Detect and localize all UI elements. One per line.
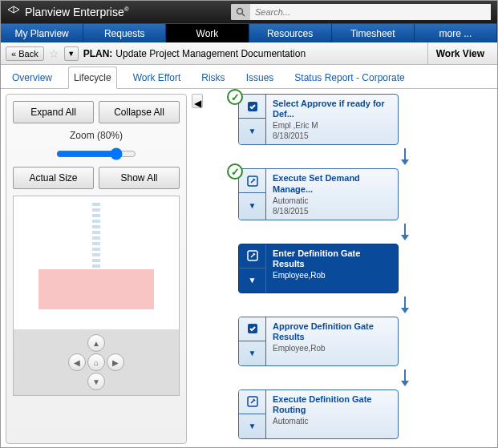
expand-all-button[interactable]: Expand All <box>13 101 94 123</box>
edit-icon[interactable] <box>239 390 265 414</box>
collapse-panel-handle[interactable]: ◀ <box>192 94 203 108</box>
nav-my-planview[interactable]: My Planview <box>1 24 83 42</box>
card-assignee: Automatic <box>273 417 391 426</box>
nav-more[interactable]: more ... <box>415 24 497 42</box>
card-assignee: Automatic <box>273 196 391 205</box>
minimap[interactable]: ▲ ◀ ⌂ ▶ ▼ <box>13 196 180 396</box>
lifecycle-flow[interactable]: ✓▼Select Approve if ready for Def...Empl… <box>203 89 497 448</box>
minimap-viewport[interactable] <box>14 196 179 329</box>
tab-overview[interactable]: Overview <box>7 67 57 88</box>
edit-icon[interactable] <box>239 244 265 268</box>
collapse-all-button[interactable]: Collapse All <box>99 101 180 123</box>
card-date: 8/18/2015 <box>273 131 391 140</box>
card-date: 8/18/2015 <box>273 207 391 216</box>
favorite-star-icon[interactable]: ☆ <box>49 47 59 60</box>
card-title: Approve Definition Gate Results <box>273 321 391 342</box>
checkbox-icon[interactable] <box>239 95 265 119</box>
chevron-down-icon: ▼ <box>249 422 257 430</box>
lifecycle-node[interactable]: ✓▼Select Approve if ready for Def...Empl… <box>227 94 492 145</box>
expand-node-button[interactable]: ▼ <box>239 268 265 293</box>
content-area: Expand All Collapse All Zoom (80%) Actua… <box>1 89 497 448</box>
plan-title: Update Project Management Documentation <box>115 48 306 59</box>
card-title: Execute Definition Gate Routing <box>273 394 391 415</box>
lifecycle-card[interactable]: ▼Execute Set Demand Manage...Automatic8/… <box>238 168 399 220</box>
chevron-left-icon: ◀ <box>194 98 201 109</box>
expand-node-button[interactable]: ▼ <box>239 119 265 143</box>
sub-bar: « Back ☆ ▼ PLAN: Update Project Manageme… <box>1 42 497 65</box>
actual-size-button[interactable]: Actual Size <box>13 167 94 189</box>
chevron-down-icon: ▼ <box>249 349 257 357</box>
search-icon <box>236 7 245 17</box>
tab-issues[interactable]: Issues <box>241 67 279 88</box>
card-assignee: Employee,Rob <box>273 271 391 280</box>
pan-right-button[interactable]: ▶ <box>107 353 124 371</box>
card-assignee: Employee,Rob <box>273 344 391 353</box>
nav-resources[interactable]: Resources <box>249 24 332 42</box>
minimap-controls: ▲ ◀ ⌂ ▶ ▼ <box>14 329 179 395</box>
back-button[interactable]: « Back <box>6 46 44 61</box>
card-icon-column: ▼ <box>239 244 266 293</box>
main-nav: My Planview Requests Work Resources Time… <box>1 23 497 42</box>
card-title: Execute Set Demand Manage... <box>273 173 391 194</box>
minimap-nodes <box>92 203 100 270</box>
nav-work[interactable]: Work <box>166 24 249 42</box>
card-icon-column: ▼ <box>239 95 266 144</box>
expand-node-button[interactable]: ▼ <box>239 414 265 438</box>
checkbox-icon[interactable] <box>239 317 265 341</box>
minimap-highlight[interactable] <box>38 269 154 309</box>
svg-line-1 <box>242 14 245 16</box>
zoom-slider[interactable] <box>56 147 136 160</box>
chevron-down-icon: ▼ <box>249 201 257 210</box>
card-body: Enter Definition Gate ResultsEmployee,Ro… <box>266 244 398 293</box>
tab-lifecycle[interactable]: Lifecycle <box>68 67 117 89</box>
complete-badge-icon: ✓ <box>227 89 243 105</box>
lifecycle-card[interactable]: ▼Enter Definition Gate ResultsEmployee,R… <box>238 244 399 293</box>
nav-timesheet[interactable]: Timesheet <box>332 24 415 42</box>
svg-point-0 <box>237 9 243 14</box>
lifecycle-card[interactable]: ▼Execute Definition Gate RoutingAutomati… <box>238 389 399 439</box>
card-body: Select Approve if ready for Def...Empl ,… <box>266 95 398 144</box>
card-body: Approve Definition Gate ResultsEmployee,… <box>266 317 398 365</box>
edit-icon[interactable] <box>239 169 265 193</box>
search-container <box>231 4 491 20</box>
work-view-label[interactable]: Work View <box>427 42 492 65</box>
planview-logo-icon <box>7 6 20 18</box>
card-assignee: Empl ,Eric M <box>273 121 391 130</box>
search-button[interactable] <box>231 4 250 20</box>
brand-name: Planview Enterprise® <box>25 6 129 18</box>
plan-dropdown-button[interactable]: ▼ <box>64 46 79 61</box>
plan-prefix: PLAN: <box>83 48 113 59</box>
pan-left-button[interactable]: ◀ <box>68 353 86 371</box>
zoom-label: Zoom (80%) <box>13 130 180 141</box>
card-icon-column: ▼ <box>239 317 266 365</box>
card-body: Execute Definition Gate RoutingAutomatic <box>266 390 398 438</box>
card-title: Enter Definition Gate Results <box>273 248 391 269</box>
chevron-down-icon: ▼ <box>249 127 257 135</box>
show-all-button[interactable]: Show All <box>99 167 180 189</box>
lifecycle-card[interactable]: ▼Select Approve if ready for Def...Empl … <box>238 94 399 145</box>
lifecycle-node[interactable]: ▼Approve Definition Gate ResultsEmployee… <box>227 317 492 366</box>
card-title: Select Approve if ready for Def... <box>273 99 391 119</box>
search-input[interactable] <box>250 4 491 20</box>
nav-requests[interactable]: Requests <box>83 24 166 42</box>
card-icon-column: ▼ <box>239 390 266 438</box>
pan-down-button[interactable]: ▼ <box>87 373 105 390</box>
pan-up-button[interactable]: ▲ <box>87 334 105 352</box>
pan-home-button[interactable]: ⌂ <box>87 353 105 371</box>
side-panel: Expand All Collapse All Zoom (80%) Actua… <box>6 94 187 444</box>
tab-status-report[interactable]: Status Report - Corporate <box>289 67 409 88</box>
tab-risks[interactable]: Risks <box>196 67 229 88</box>
card-body: Execute Set Demand Manage...Automatic8/1… <box>266 169 398 219</box>
lifecycle-node[interactable]: ▼Execute Definition Gate RoutingAutomati… <box>227 389 492 439</box>
top-bar: Planview Enterprise® <box>1 1 497 23</box>
expand-node-button[interactable]: ▼ <box>239 193 265 217</box>
tab-work-effort[interactable]: Work Effort <box>128 67 186 88</box>
card-icon-column: ▼ <box>239 169 266 219</box>
chevron-down-icon: ▼ <box>249 276 257 285</box>
lifecycle-card[interactable]: ▼Approve Definition Gate ResultsEmployee… <box>238 317 399 366</box>
tab-bar: Overview Lifecycle Work Effort Risks Iss… <box>1 65 497 89</box>
expand-node-button[interactable]: ▼ <box>239 341 265 365</box>
lifecycle-node[interactable]: ▼Enter Definition Gate ResultsEmployee,R… <box>227 244 492 293</box>
lifecycle-node[interactable]: ✓▼Execute Set Demand Manage...Automatic8… <box>227 168 492 220</box>
